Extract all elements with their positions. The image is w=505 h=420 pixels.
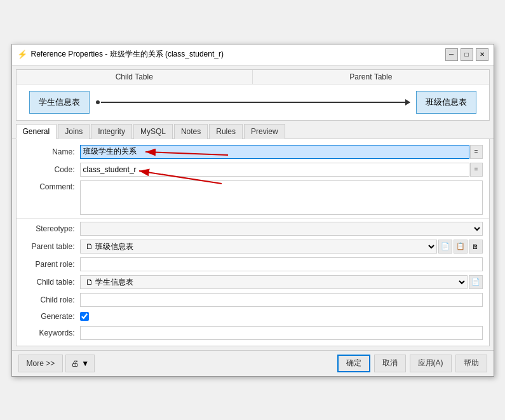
title-bar-controls: ─ □ ✕	[445, 48, 488, 61]
ok-button[interactable]: 确定	[337, 355, 370, 372]
parent-role-label: Parent role:	[23, 260, 80, 269]
diagram-body: 学生信息表 班级信息表	[17, 85, 489, 120]
parent-table-new-button[interactable]: 🗎	[469, 240, 483, 254]
more-button[interactable]: More >>	[18, 355, 64, 372]
child-table-label-form: Child table:	[23, 278, 80, 287]
child-table-browse-button[interactable]: 📄	[469, 275, 483, 289]
bottom-left-group: More >> 🖨 ▼	[18, 355, 95, 372]
keywords-row: Keywords:	[17, 324, 489, 342]
bottom-bar: More >> 🖨 ▼ 确定 取消 应用(A) 帮助	[12, 350, 494, 376]
bottom-right-group: 确定 取消 应用(A) 帮助	[337, 355, 487, 372]
comment-label: Comment:	[23, 180, 80, 191]
window-title: Reference Properties - 班级学生的关系 (class_st…	[31, 49, 224, 60]
tabs-bar: General Joins Integrity MySQL Notes Rule…	[12, 121, 494, 139]
comment-input[interactable]	[80, 180, 483, 215]
diagram-area: Child Table Parent Table 学生信息表 班级信息表	[16, 69, 490, 121]
stereotype-select[interactable]	[80, 222, 483, 236]
code-input[interactable]	[80, 163, 469, 177]
tab-joins[interactable]: Joins	[58, 124, 90, 139]
child-table-box: 学生信息表	[29, 91, 90, 114]
print-button[interactable]: 🖨 ▼	[65, 355, 95, 372]
apply-button[interactable]: 应用(A)	[410, 355, 452, 372]
diagram-header: Child Table Parent Table	[17, 70, 489, 85]
parent-table-box: 班级信息表	[416, 91, 476, 114]
stereotype-wrapper	[80, 222, 483, 236]
code-label: Code:	[23, 165, 80, 174]
tab-general[interactable]: General	[16, 124, 57, 139]
code-row: Code: =	[17, 161, 489, 179]
child-role-label: Child role:	[23, 295, 80, 304]
close-button[interactable]: ✕	[476, 48, 488, 61]
child-role-row: Child role:	[17, 291, 489, 309]
generate-row: Generate:	[17, 309, 489, 324]
help-button[interactable]: 帮助	[455, 355, 487, 372]
arrow-line	[101, 102, 410, 103]
parent-table-browse-button[interactable]: 📄	[438, 240, 452, 254]
parent-table-row: Parent table: 🗋 班级信息表 📄 📋 🗎	[17, 238, 489, 255]
generate-label: Generate:	[23, 312, 80, 321]
tab-preview[interactable]: Preview	[244, 124, 285, 139]
tab-rules[interactable]: Rules	[209, 124, 243, 139]
child-table-row: Child table: 🗋 学生信息表 📄	[17, 273, 489, 291]
relation-arrow	[90, 100, 416, 104]
tab-notes[interactable]: Notes	[174, 124, 208, 139]
child-table-wrapper: 🗋 学生信息表 📄	[80, 275, 483, 289]
title-bar-left: ⚡ Reference Properties - 班级学生的关系 (class_…	[17, 49, 224, 60]
printer-icon: 🖨	[71, 359, 79, 368]
parent-table-props-button[interactable]: 📋	[454, 240, 468, 254]
parent-table-header: Parent Table	[253, 70, 489, 84]
arrow-dot	[96, 100, 100, 104]
tab-mysql[interactable]: MySQL	[133, 124, 173, 139]
keywords-input[interactable]	[80, 326, 483, 340]
parent-role-row: Parent role:	[17, 255, 489, 273]
code-equal-button[interactable]: =	[470, 163, 483, 177]
form-area: Name: = Code: = Comment: Stereotype:	[12, 139, 494, 346]
child-table-header: Child Table	[17, 70, 253, 84]
main-window: ⚡ Reference Properties - 班级学生的关系 (class_…	[11, 44, 494, 377]
app-icon: ⚡	[17, 50, 27, 59]
name-row: Name: =	[17, 143, 489, 161]
print-dropdown-icon: ▼	[81, 359, 89, 368]
comment-row: Comment:	[17, 179, 489, 217]
keywords-label: Keywords:	[23, 329, 80, 337]
child-table-select[interactable]: 🗋 学生信息表	[80, 275, 468, 289]
stereotype-row: Stereotype:	[17, 220, 489, 238]
child-role-input[interactable]	[80, 293, 483, 307]
parent-table-select[interactable]: 🗋 班级信息表	[80, 240, 437, 254]
title-bar: ⚡ Reference Properties - 班级学生的关系 (class_…	[12, 44, 494, 65]
name-label: Name:	[23, 147, 80, 156]
generate-checkbox[interactable]	[80, 312, 89, 321]
parent-role-input[interactable]	[80, 257, 483, 271]
maximize-button[interactable]: □	[461, 48, 473, 61]
tab-integrity[interactable]: Integrity	[91, 124, 132, 139]
parent-table-wrapper: 🗋 班级信息表 📄 📋 🗎	[80, 240, 483, 254]
form-panel: Name: = Code: = Comment: Stereotype:	[16, 139, 490, 346]
name-input[interactable]	[80, 145, 469, 159]
stereotype-label: Stereotype:	[23, 224, 80, 233]
name-equal-button[interactable]: =	[470, 145, 483, 159]
minimize-button[interactable]: ─	[445, 48, 458, 61]
parent-table-label: Parent table:	[23, 242, 80, 251]
cancel-button[interactable]: 取消	[374, 355, 406, 372]
